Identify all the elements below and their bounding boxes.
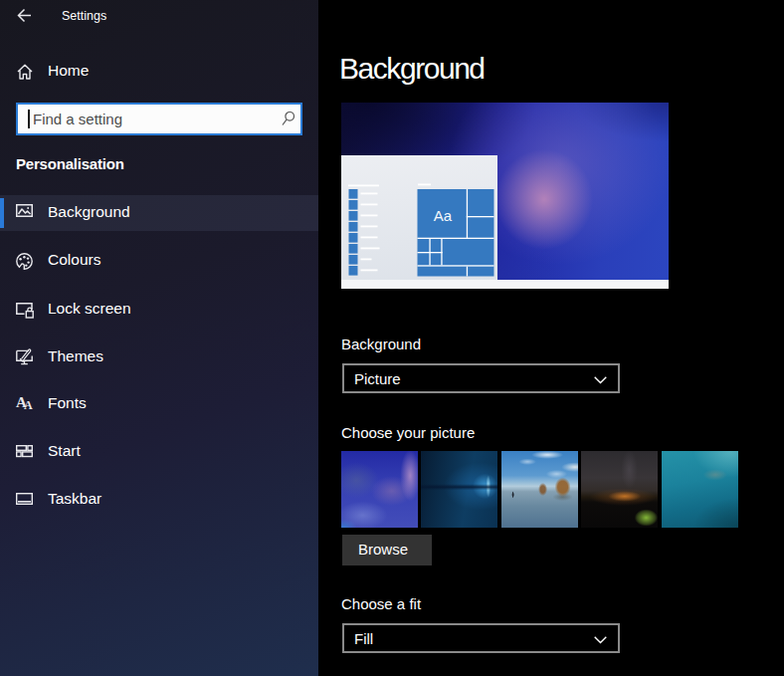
- svg-text:Aa: Aa: [434, 207, 453, 224]
